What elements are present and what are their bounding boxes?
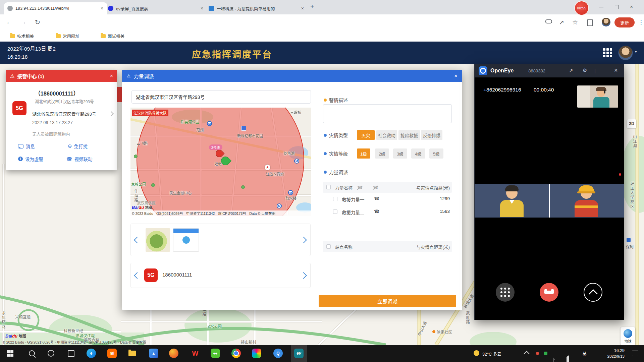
action-message[interactable]: 消息 bbox=[18, 143, 35, 149]
dialpad-button[interactable] bbox=[496, 283, 515, 302]
type-option-social[interactable]: 社会救助 bbox=[376, 130, 397, 140]
taskbar-app-mi[interactable]: mi bbox=[104, 345, 120, 362]
force-row[interactable]: 救援力量二 ☎ 1563 bbox=[323, 205, 452, 218]
dispatch-now-button[interactable]: 立即调派 bbox=[319, 295, 456, 307]
carousel-prev-icon[interactable] bbox=[134, 272, 141, 279]
level-option-4[interactable]: 4级 bbox=[411, 148, 425, 159]
window-maximize-button[interactable] bbox=[615, 5, 619, 9]
force-row[interactable]: 救援力量一 ☎ 1299 bbox=[323, 193, 452, 205]
action-mark-false-alarm[interactable]: i 设为虚警 bbox=[18, 156, 43, 162]
taskbar-app-qq[interactable]: Q bbox=[270, 345, 286, 362]
tray-rec-icon[interactable] bbox=[536, 352, 539, 355]
tab-close-icon[interactable]: × bbox=[200, 6, 204, 11]
taskbar-search-icon[interactable] bbox=[29, 350, 35, 356]
event-address[interactable]: 湖北省武汉市江汉区青年路293号 bbox=[32, 111, 96, 117]
hangup-all-icon[interactable]: ☎ bbox=[373, 185, 378, 190]
bookmark-common[interactable]: 常用网址 bbox=[56, 33, 79, 39]
taskbar-app-wps[interactable]: W bbox=[187, 345, 203, 362]
taskbar-app-wechat[interactable]: ⦁⦁ bbox=[207, 345, 223, 362]
speaker-icon[interactable] bbox=[565, 355, 569, 362]
notification-center-icon[interactable] bbox=[632, 351, 638, 356]
kebab-menu-icon[interactable]: ⋮ bbox=[638, 18, 644, 26]
tray-clock[interactable]: 16:29 2022/9/13 bbox=[596, 348, 625, 359]
level-option-5[interactable]: 5级 bbox=[429, 148, 443, 159]
forward-icon[interactable]: → bbox=[20, 18, 26, 26]
media-thumbnail-photo[interactable] bbox=[146, 228, 170, 252]
openeye-header[interactable]: OpenEye 8889382 ↗ ⚙ | — × bbox=[475, 64, 624, 77]
type-option-fire[interactable]: 火灾 bbox=[357, 130, 375, 140]
carousel-next-icon[interactable] bbox=[300, 272, 307, 279]
side-panel-icon[interactable] bbox=[587, 19, 593, 26]
action-video-link[interactable]: ☎ 视频联动 bbox=[66, 156, 92, 162]
map-globe-button[interactable]: 地球 bbox=[621, 327, 635, 345]
back-icon[interactable]: ← bbox=[6, 18, 12, 26]
cortana-icon[interactable] bbox=[48, 350, 54, 357]
profile-avatar[interactable] bbox=[602, 18, 610, 26]
bookmark-star-icon[interactable]: ☆ bbox=[572, 18, 578, 26]
force-checkbox[interactable] bbox=[333, 209, 337, 214]
firefighter-avatar[interactable] bbox=[571, 185, 601, 217]
share-icon[interactable]: ↗ bbox=[559, 18, 564, 26]
action-do-not-disturb[interactable]: ⊖ 免打扰 bbox=[68, 143, 88, 149]
level-option-1[interactable]: 1级 bbox=[357, 148, 370, 159]
taskbar-app-photos[interactable]: ▲ bbox=[146, 345, 162, 362]
modal-map[interactable]: M M M M ★ 江汉区消防救援大队 后襄河公园 范湖 新世纪都市花园 云飞路… bbox=[130, 108, 311, 216]
bookmark-tech[interactable]: 技术相关 bbox=[10, 33, 34, 39]
key-icon[interactable] bbox=[545, 19, 552, 23]
phone-icon[interactable]: ☎ bbox=[374, 196, 379, 201]
start-button[interactable] bbox=[7, 350, 13, 357]
expand-button[interactable] bbox=[584, 283, 602, 302]
tray-green-icon[interactable] bbox=[544, 352, 547, 355]
battery-icon[interactable] bbox=[553, 358, 553, 362]
description-textarea[interactable] bbox=[323, 104, 452, 123]
level-option-2[interactable]: 2级 bbox=[375, 148, 389, 159]
force-checkbox[interactable] bbox=[333, 197, 337, 201]
tab-fire-platform[interactable]: 183.94.213.143:8011/web/#/l × bbox=[4, 2, 107, 14]
level-option-3[interactable]: 3级 bbox=[393, 148, 407, 159]
window-close-button[interactable]: × bbox=[630, 4, 633, 10]
taskbar-app-explorer[interactable] bbox=[124, 345, 140, 362]
select-all-checkbox[interactable] bbox=[326, 185, 331, 189]
gear-icon[interactable]: ⚙ bbox=[583, 67, 587, 73]
close-icon[interactable]: × bbox=[614, 67, 618, 74]
tab-baidu-search[interactable]: ev录屏_百度搜索 × bbox=[105, 2, 207, 14]
map-2d-button[interactable]: 2D bbox=[627, 119, 636, 128]
taskbar-app-misc[interactable] bbox=[249, 345, 265, 362]
minimize-icon[interactable]: — bbox=[602, 67, 607, 73]
user-avatar[interactable] bbox=[618, 46, 633, 60]
screen-recorder-timer[interactable]: 00:55 bbox=[574, 1, 589, 15]
close-icon[interactable]: × bbox=[454, 73, 458, 79]
chrome-update-button[interactable]: 更新 bbox=[614, 17, 635, 27]
taskbar-app-chrome[interactable] bbox=[228, 345, 244, 362]
caller-phone[interactable]: 18600001111 bbox=[162, 272, 192, 278]
bookmark-interview[interactable]: 面试相关 bbox=[101, 33, 124, 39]
hangup-button[interactable] bbox=[540, 283, 558, 302]
chevron-right-icon[interactable] bbox=[109, 111, 114, 117]
media-thumbnail-video[interactable] bbox=[173, 228, 199, 252]
export-icon[interactable]: ↗ bbox=[569, 68, 573, 74]
apps-grid-icon[interactable] bbox=[603, 48, 612, 57]
taskbar-app-firefox[interactable] bbox=[166, 345, 182, 362]
close-icon[interactable]: × bbox=[110, 73, 113, 79]
ime-indicator[interactable]: 英 bbox=[582, 350, 587, 357]
tray-chevron-up-icon[interactable] bbox=[524, 351, 530, 357]
participant-avatar[interactable] bbox=[497, 185, 527, 217]
address-input[interactable]: 湖北省武汉市江汉区青年路293号 bbox=[131, 90, 311, 104]
tab-ev-site[interactable]: 一唯科技 - 为您提供简单易用的 × bbox=[205, 2, 308, 14]
task-view-icon[interactable] bbox=[68, 350, 74, 357]
type-option-antiterror[interactable]: 反恐排爆 bbox=[421, 130, 442, 140]
weather-text[interactable]: 32°C 多云 bbox=[482, 351, 501, 357]
remote-video-thumbnail[interactable] bbox=[577, 85, 618, 108]
taskbar-app-ev-recorder-active[interactable]: ev bbox=[291, 345, 307, 362]
chevron-down-icon[interactable]: ▾ bbox=[635, 50, 637, 54]
tab-close-icon[interactable]: × bbox=[301, 6, 305, 11]
carousel-next-icon[interactable] bbox=[300, 237, 307, 243]
select-all-checkbox[interactable] bbox=[326, 244, 331, 249]
caller-number[interactable]: （18600001111） bbox=[35, 89, 79, 97]
tab-close-icon[interactable]: × bbox=[100, 6, 104, 11]
new-tab-button[interactable]: + bbox=[310, 3, 314, 10]
carousel-prev-icon[interactable] bbox=[134, 237, 141, 243]
window-minimize-button[interactable]: — bbox=[599, 4, 603, 9]
reload-icon[interactable]: ↻ bbox=[35, 18, 40, 26]
type-option-rescue[interactable]: 抢险救援 bbox=[398, 130, 420, 140]
